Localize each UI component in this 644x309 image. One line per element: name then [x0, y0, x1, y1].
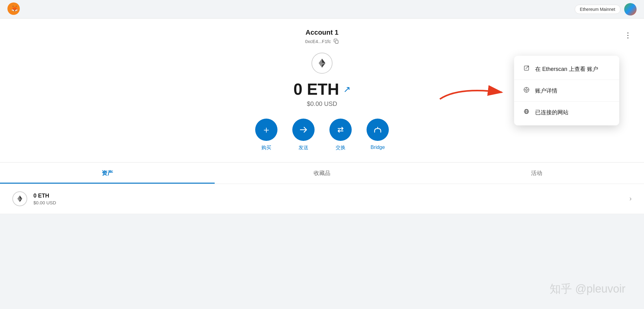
svg-rect-2	[335, 40, 338, 43]
logo: 🦊	[7, 2, 20, 16]
balance-row: 0 ETH ↗	[294, 80, 350, 98]
account-address-row: 0xcE4...F1fc	[305, 38, 339, 44]
bridge-icon	[373, 125, 383, 135]
send-icon	[298, 125, 308, 135]
svg-marker-15	[17, 196, 20, 199]
svg-marker-6	[322, 59, 325, 63]
send-label: 发送	[298, 145, 308, 151]
connected-sites-icon	[523, 108, 530, 116]
asset-row[interactable]: 0 ETH $0.00 USD ›	[0, 184, 644, 214]
swap-label: 交换	[336, 145, 346, 151]
bridge-label: Bridge	[371, 145, 385, 150]
swap-button[interactable]: 交换	[329, 119, 352, 151]
asset-info: 0 ETH $0.00 USD	[33, 193, 629, 205]
svg-text:🦊: 🦊	[11, 5, 18, 12]
svg-marker-14	[20, 196, 22, 199]
asset-list: 0 ETH $0.00 USD ›	[0, 184, 644, 214]
asset-eth-icon	[12, 191, 27, 206]
swap-icon	[336, 125, 346, 135]
dropdown-etherscan-label: 在 Etherscan 上查看 账户	[535, 65, 598, 73]
buy-label: 购买	[261, 145, 271, 151]
swap-circle	[329, 119, 352, 141]
top-bar-right: Ethereum Mainnet	[575, 3, 637, 15]
buy-circle: ＋	[255, 119, 277, 141]
action-buttons: ＋ 购买 发送 交换	[255, 119, 389, 151]
account-address: 0xcE4...F1fc	[305, 39, 331, 44]
bridge-circle	[367, 119, 389, 141]
copy-address-icon[interactable]	[333, 38, 339, 44]
annotation-arrow	[434, 81, 514, 107]
tabs-row: 资产 收藏品 活动	[0, 162, 644, 184]
send-circle	[292, 119, 315, 141]
three-dot-menu-button[interactable]: ⋮	[622, 28, 634, 42]
asset-name: 0 ETH	[33, 193, 629, 199]
buy-icon: ＋	[262, 124, 271, 136]
etherscan-icon	[523, 65, 530, 73]
account-name: Account 1	[306, 28, 338, 37]
dropdown-menu: 在 Etherscan 上查看 账户 账户详情	[514, 56, 619, 125]
dropdown-account-details[interactable]: 账户详情	[514, 81, 619, 100]
dropdown-etherscan[interactable]: 在 Etherscan 上查看 账户	[514, 59, 619, 78]
wallet-main: ⋮ Account 1 0xcE4...F1fc 0 ETH ↗ $0.00 U…	[0, 19, 644, 214]
buy-button[interactable]: ＋ 购买	[255, 119, 277, 151]
top-bar: 🦊 Ethereum Mainnet	[0, 0, 644, 19]
tab-assets[interactable]: 资产	[0, 163, 215, 184]
account-avatar[interactable]	[624, 3, 637, 15]
watermark: 知乎 @pleuvoir	[550, 281, 625, 297]
eth-icon	[311, 53, 333, 74]
svg-point-18	[526, 89, 527, 91]
asset-usd: $0.00 USD	[33, 200, 629, 205]
network-selector[interactable]: Ethereum Mainnet	[575, 5, 620, 14]
svg-marker-7	[319, 59, 322, 63]
asset-chevron-icon: ›	[629, 195, 632, 203]
dropdown-divider-1	[514, 80, 619, 80]
balance-usd: $0.00 USD	[307, 100, 337, 107]
tab-collectibles[interactable]: 收藏品	[215, 163, 429, 184]
chart-icon[interactable]: ↗	[343, 84, 350, 94]
tab-activity[interactable]: 活动	[429, 163, 644, 184]
eth-asset-diamond	[16, 195, 24, 203]
dropdown-account-details-label: 账户详情	[535, 87, 557, 94]
account-details-icon	[523, 87, 530, 94]
dropdown-divider-2	[514, 101, 619, 102]
send-button[interactable]: 发送	[292, 119, 315, 151]
balance-eth: 0 ETH	[294, 80, 339, 98]
dropdown-connected-sites-label: 已连接的网站	[535, 109, 569, 116]
bridge-button[interactable]: Bridge	[367, 119, 389, 151]
dropdown-connected-sites[interactable]: 已连接的网站	[514, 103, 619, 122]
